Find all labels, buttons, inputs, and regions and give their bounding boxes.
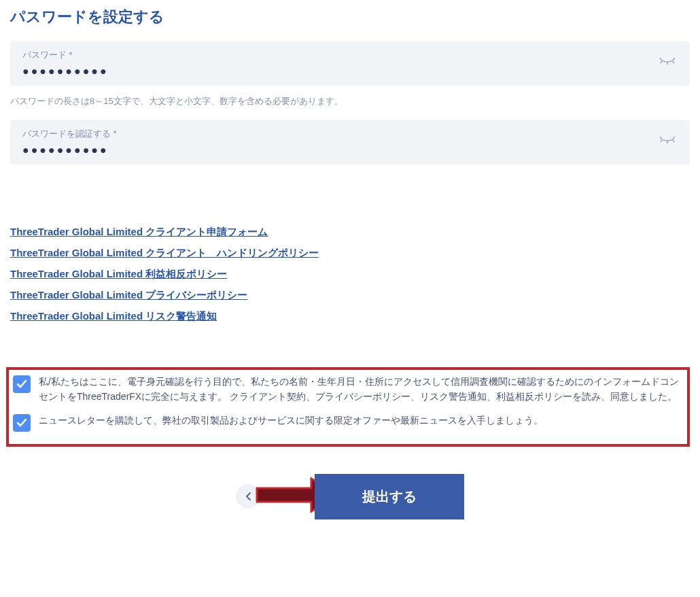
svg-line-5 [673, 140, 674, 142]
password-label: パスワード * [22, 49, 678, 61]
eye-hidden-icon[interactable] [659, 135, 676, 149]
link-handling-policy[interactable]: ThreeTrader Global Limited クライアント ハンドリング… [10, 247, 690, 260]
link-conflict-policy[interactable]: ThreeTrader Global Limited 利益相反ポリシー [10, 268, 690, 281]
password-hint: パスワードの長さは8～15文字で、大文字と小文字、数字を含める必要があります。 [10, 95, 690, 107]
document-links: ThreeTrader Global Limited クライアント申請フォーム … [10, 226, 690, 323]
svg-line-3 [661, 140, 662, 142]
svg-line-2 [673, 61, 674, 63]
link-application-form[interactable]: ThreeTrader Global Limited クライアント申請フォーム [10, 226, 690, 239]
confirm-password-value: ●●●●●●●●●● [22, 144, 678, 156]
consent-newsletter-row: ニュースレターを購読して、弊社の取引製品およびサービスに関する限定オファーや最新… [13, 413, 683, 432]
consent-newsletter-text: ニュースレターを購読して、弊社の取引製品およびサービスに関する限定オファーや最新… [39, 413, 543, 428]
consent-newsletter-checkbox[interactable] [13, 414, 31, 432]
svg-line-0 [661, 61, 662, 63]
eye-hidden-icon[interactable] [659, 56, 676, 70]
confirm-password-label: パスワードを認証する * [22, 128, 678, 140]
confirm-password-field[interactable]: パスワードを認証する * ●●●●●●●●●● [10, 120, 690, 165]
password-field[interactable]: パスワード * ●●●●●●●●●● [10, 41, 690, 86]
action-bar: バック 提出する [10, 474, 690, 519]
page-title: パスワードを設定する [10, 7, 690, 27]
submit-button[interactable]: 提出する [315, 474, 464, 519]
consent-terms-checkbox[interactable] [13, 375, 31, 393]
highlight-annotation: 私/私たちはここに、電子身元確認を行う目的で、私たちの名前・生年月日・住所にアク… [6, 367, 690, 447]
link-risk-notice[interactable]: ThreeTrader Global Limited リスク警告通知 [10, 310, 690, 323]
link-privacy-policy[interactable]: ThreeTrader Global Limited プライバシーポリシー [10, 289, 690, 302]
consent-terms-text: 私/私たちはここに、電子身元確認を行う目的で、私たちの名前・生年月日・住所にアク… [39, 374, 683, 405]
password-value: ●●●●●●●●●● [22, 65, 678, 78]
consent-terms-row: 私/私たちはここに、電子身元確認を行う目的で、私たちの名前・生年月日・住所にアク… [13, 374, 683, 405]
